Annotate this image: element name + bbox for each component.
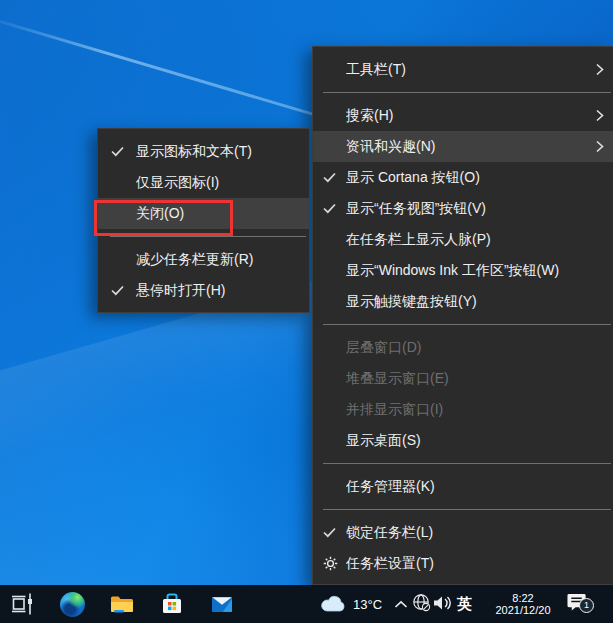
cloud-icon: [320, 594, 346, 612]
weather-temp: 13°C: [353, 597, 382, 612]
menu-item[interactable]: 在任务栏上显示人脉(P): [313, 224, 613, 255]
windows-desktop[interactable]: 工具栏(T)搜索(H)资讯和兴趣(N)显示 Cortana 按钮(O)显示“任务…: [0, 0, 613, 623]
gear-icon: [323, 556, 338, 571]
menu-item: 层叠窗口(D): [313, 332, 613, 363]
menu-item[interactable]: 显示 Cortana 按钮(O): [313, 162, 613, 193]
menu-item-gutter: [313, 556, 346, 571]
menu-item-gutter: [98, 285, 136, 296]
menu-item-gutter: [98, 146, 136, 157]
menu-item[interactable]: 显示图标和文本(T): [98, 136, 309, 167]
menu-item[interactable]: 工具栏(T): [313, 54, 613, 85]
clock-time: 8:22: [512, 592, 533, 605]
show-hidden-icons-button[interactable]: [394, 585, 408, 623]
chevron-up-icon: [394, 600, 408, 609]
news-and-interests-submenu: 显示图标和文本(T)仅显示图标(I)关闭(O)减少任务栏更新(R)悬停时打开(H…: [97, 128, 310, 313]
menu-item: 堆叠显示窗口(E): [313, 363, 613, 394]
menu-item-label: 悬停时打开(H): [136, 282, 309, 300]
menu-item-label: 堆叠显示窗口(E): [346, 370, 613, 388]
menu-item[interactable]: 悬停时打开(H): [98, 275, 309, 306]
check-icon: [323, 527, 336, 538]
notification-center-button[interactable]: 1: [566, 585, 598, 623]
menu-item[interactable]: 显示“任务视图”按钮(V): [313, 193, 613, 224]
submenu-arrow-icon: [596, 140, 604, 153]
menu-item[interactable]: 资讯和兴趣(N): [313, 131, 613, 162]
menu-item[interactable]: 任务管理器(K): [313, 471, 613, 502]
network-status-button[interactable]: [412, 585, 431, 623]
menu-item[interactable]: 关闭(O): [98, 198, 309, 229]
menu-item-label: 关闭(O): [136, 205, 309, 223]
menu-item-label: 显示桌面(S): [346, 432, 613, 450]
menu-item-label: 显示触摸键盘按钮(Y): [346, 293, 613, 311]
menu-item-gutter: [313, 527, 346, 538]
menu-separator: [323, 463, 611, 464]
volume-button[interactable]: [433, 585, 453, 623]
check-icon: [111, 146, 124, 157]
check-icon: [111, 285, 124, 296]
menu-item-gutter: [313, 203, 346, 214]
menu-item-gutter: [313, 172, 346, 183]
submenu-arrow: [596, 140, 604, 153]
check-icon: [323, 172, 336, 183]
menu-item-label: 锁定任务栏(L): [346, 524, 613, 542]
notification-badge: 1: [579, 598, 594, 613]
menu-item-label: 资讯和兴趣(N): [346, 138, 596, 156]
menu-item[interactable]: 任务栏设置(T): [313, 548, 613, 579]
menu-item-label: 显示 Cortana 按钮(O): [346, 169, 613, 187]
network-globe-icon: [412, 593, 431, 612]
menu-separator: [323, 509, 611, 510]
ime-label: 英: [457, 595, 472, 614]
menu-item[interactable]: 显示桌面(S): [313, 425, 613, 456]
submenu-arrow: [596, 63, 604, 76]
menu-item-label: 层叠窗口(D): [346, 339, 613, 357]
system-tray: 13°C 英 8:22 2021/12/20 1: [0, 585, 613, 623]
menu-separator: [323, 92, 611, 93]
submenu-arrow-icon: [596, 109, 604, 122]
taskbar: 13°C 英 8:22 2021/12/20 1: [0, 585, 613, 623]
menu-item-label: 并排显示窗口(I): [346, 401, 613, 419]
menu-item-label: 显示“Windows Ink 工作区”按钮(W): [346, 262, 613, 280]
menu-item[interactable]: 仅显示图标(I): [98, 167, 309, 198]
taskbar-context-menu: 工具栏(T)搜索(H)资讯和兴趣(N)显示 Cortana 按钮(O)显示“任务…: [312, 46, 613, 585]
menu-item-label: 在任务栏上显示人脉(P): [346, 231, 613, 249]
menu-item-label: 工具栏(T): [346, 61, 596, 79]
ime-indicator[interactable]: 英: [457, 585, 472, 623]
menu-item-label: 仅显示图标(I): [136, 174, 309, 192]
menu-item-label: 任务栏设置(T): [346, 555, 613, 573]
volume-icon: [433, 595, 453, 611]
menu-item: 并排显示窗口(I): [313, 394, 613, 425]
submenu-arrow: [596, 109, 604, 122]
clock[interactable]: 8:22 2021/12/20: [487, 585, 559, 623]
menu-item[interactable]: 减少任务栏更新(R): [98, 244, 309, 275]
menu-item[interactable]: 搜索(H): [313, 100, 613, 131]
menu-item-label: 任务管理器(K): [346, 478, 613, 496]
clock-date: 2021/12/20: [495, 604, 550, 617]
menu-item-label: 显示图标和文本(T): [136, 143, 309, 161]
menu-item-label: 搜索(H): [346, 107, 596, 125]
menu-separator: [323, 324, 611, 325]
menu-item[interactable]: 显示触摸键盘按钮(Y): [313, 286, 613, 317]
menu-separator: [110, 236, 306, 237]
menu-item[interactable]: 锁定任务栏(L): [313, 517, 613, 548]
check-icon: [323, 203, 336, 214]
weather-widget[interactable]: 13°C: [320, 585, 382, 623]
menu-item-label: 减少任务栏更新(R): [136, 251, 309, 269]
menu-item[interactable]: 显示“Windows Ink 工作区”按钮(W): [313, 255, 613, 286]
submenu-arrow-icon: [596, 63, 604, 76]
menu-item-label: 显示“任务视图”按钮(V): [346, 200, 613, 218]
